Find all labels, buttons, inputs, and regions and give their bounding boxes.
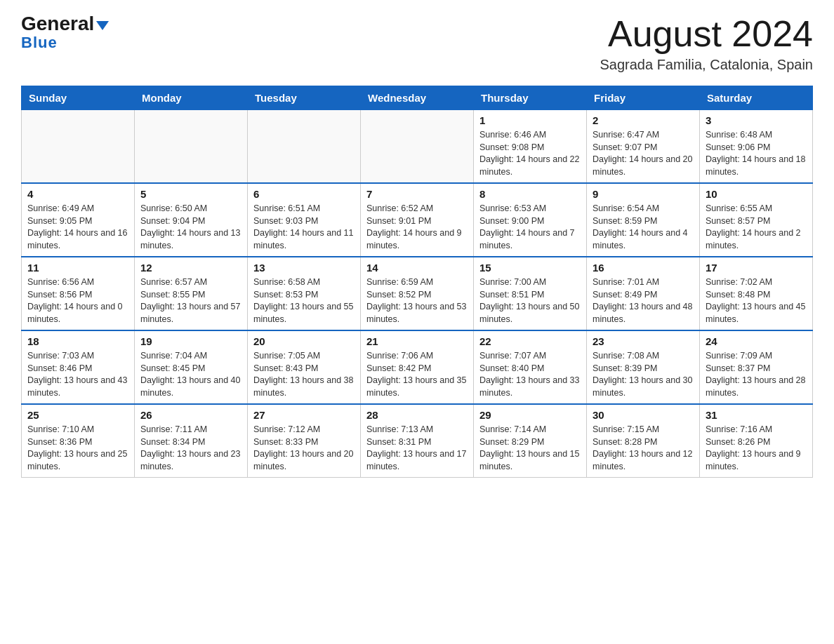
calendar-cell: 9Sunrise: 6:54 AMSunset: 8:59 PMDaylight… (587, 183, 700, 257)
calendar-cell: 10Sunrise: 6:55 AMSunset: 8:57 PMDayligh… (700, 183, 813, 257)
day-number: 22 (479, 335, 581, 347)
day-number: 14 (366, 262, 468, 274)
day-number: 16 (593, 262, 694, 274)
day-info: Sunrise: 6:47 AMSunset: 9:07 PMDaylight:… (593, 129, 694, 178)
day-info: Sunrise: 7:05 AMSunset: 8:43 PMDaylight:… (253, 350, 355, 399)
calendar-cell: 8Sunrise: 6:53 AMSunset: 9:00 PMDaylight… (474, 183, 587, 257)
day-number: 4 (27, 188, 128, 200)
day-number: 5 (140, 188, 241, 200)
day-number: 9 (593, 188, 694, 200)
day-info: Sunrise: 6:56 AMSunset: 8:56 PMDaylight:… (27, 276, 128, 326)
weekday-header-tuesday: Tuesday (248, 86, 361, 110)
day-number: 29 (479, 409, 581, 421)
location-subtitle: Sagrada Familia, Catalonia, Spain (600, 57, 813, 73)
calendar-cell: 3Sunrise: 6:48 AMSunset: 9:06 PMDaylight… (700, 110, 813, 184)
day-info: Sunrise: 6:51 AMSunset: 9:03 PMDaylight:… (253, 203, 355, 252)
logo-general-text: General (21, 14, 94, 34)
day-info: Sunrise: 6:49 AMSunset: 9:05 PMDaylight:… (27, 203, 128, 252)
calendar-week-row: 11Sunrise: 6:56 AMSunset: 8:56 PMDayligh… (22, 257, 813, 330)
calendar-body: 1Sunrise: 6:46 AMSunset: 9:08 PMDaylight… (22, 110, 813, 478)
weekday-header-wednesday: Wednesday (361, 86, 474, 110)
weekday-header-saturday: Saturday (700, 86, 813, 110)
weekday-header-sunday: Sunday (22, 86, 135, 110)
calendar-cell: 7Sunrise: 6:52 AMSunset: 9:01 PMDaylight… (361, 183, 474, 257)
day-info: Sunrise: 7:04 AMSunset: 8:45 PMDaylight:… (140, 350, 241, 399)
calendar-cell: 18Sunrise: 7:03 AMSunset: 8:46 PMDayligh… (22, 330, 135, 404)
day-info: Sunrise: 7:15 AMSunset: 8:28 PMDaylight:… (593, 424, 694, 473)
day-number: 31 (706, 409, 807, 421)
calendar-cell: 20Sunrise: 7:05 AMSunset: 8:43 PMDayligh… (248, 330, 361, 404)
calendar-cell: 13Sunrise: 6:58 AMSunset: 8:53 PMDayligh… (248, 257, 361, 330)
calendar-cell (248, 110, 361, 184)
calendar-cell: 23Sunrise: 7:08 AMSunset: 8:39 PMDayligh… (587, 330, 700, 404)
calendar-cell: 30Sunrise: 7:15 AMSunset: 8:28 PMDayligh… (587, 404, 700, 478)
day-number: 18 (27, 335, 128, 347)
day-number: 3 (706, 114, 807, 126)
calendar-cell: 6Sunrise: 6:51 AMSunset: 9:03 PMDaylight… (248, 183, 361, 257)
calendar-week-row: 1Sunrise: 6:46 AMSunset: 9:08 PMDaylight… (22, 110, 813, 184)
calendar-cell: 22Sunrise: 7:07 AMSunset: 8:40 PMDayligh… (474, 330, 587, 404)
title-area: August 2024 Sagrada Familia, Catalonia, … (600, 14, 813, 73)
day-info: Sunrise: 6:48 AMSunset: 9:06 PMDaylight:… (706, 129, 807, 178)
day-info: Sunrise: 7:06 AMSunset: 8:42 PMDaylight:… (366, 350, 468, 399)
calendar-table: SundayMondayTuesdayWednesdayThursdayFrid… (21, 86, 813, 478)
day-info: Sunrise: 7:10 AMSunset: 8:36 PMDaylight:… (27, 424, 128, 473)
calendar-cell: 17Sunrise: 7:02 AMSunset: 8:48 PMDayligh… (700, 257, 813, 330)
page-title: August 2024 (600, 14, 813, 54)
calendar-cell (361, 110, 474, 184)
day-number: 10 (706, 188, 807, 200)
day-info: Sunrise: 7:14 AMSunset: 8:29 PMDaylight:… (479, 424, 581, 473)
day-number: 6 (253, 188, 355, 200)
weekday-header-thursday: Thursday (474, 86, 587, 110)
day-info: Sunrise: 7:07 AMSunset: 8:40 PMDaylight:… (479, 350, 581, 399)
day-info: Sunrise: 7:00 AMSunset: 8:51 PMDaylight:… (479, 276, 581, 326)
day-info: Sunrise: 6:59 AMSunset: 8:52 PMDaylight:… (366, 276, 468, 326)
calendar-week-row: 4Sunrise: 6:49 AMSunset: 9:05 PMDaylight… (22, 183, 813, 257)
calendar-cell: 2Sunrise: 6:47 AMSunset: 9:07 PMDaylight… (587, 110, 700, 184)
calendar-cell: 28Sunrise: 7:13 AMSunset: 8:31 PMDayligh… (361, 404, 474, 478)
day-info: Sunrise: 7:11 AMSunset: 8:34 PMDaylight:… (140, 424, 241, 473)
weekday-header-monday: Monday (135, 86, 248, 110)
day-number: 24 (706, 335, 807, 347)
calendar-cell: 14Sunrise: 6:59 AMSunset: 8:52 PMDayligh… (361, 257, 474, 330)
day-number: 30 (593, 409, 694, 421)
day-number: 7 (366, 188, 468, 200)
day-number: 21 (366, 335, 468, 347)
calendar-cell: 1Sunrise: 6:46 AMSunset: 9:08 PMDaylight… (474, 110, 587, 184)
day-number: 23 (593, 335, 694, 347)
calendar-cell: 15Sunrise: 7:00 AMSunset: 8:51 PMDayligh… (474, 257, 587, 330)
weekday-header-friday: Friday (587, 86, 700, 110)
day-number: 2 (593, 114, 694, 126)
logo: General Blue (21, 14, 109, 52)
calendar-cell: 27Sunrise: 7:12 AMSunset: 8:33 PMDayligh… (248, 404, 361, 478)
day-info: Sunrise: 7:03 AMSunset: 8:46 PMDaylight:… (27, 350, 128, 399)
day-info: Sunrise: 6:52 AMSunset: 9:01 PMDaylight:… (366, 203, 468, 252)
day-info: Sunrise: 7:01 AMSunset: 8:49 PMDaylight:… (593, 276, 694, 326)
header: General Blue August 2024 Sagrada Familia… (21, 14, 813, 73)
day-number: 17 (706, 262, 807, 274)
day-info: Sunrise: 6:50 AMSunset: 9:04 PMDaylight:… (140, 203, 241, 252)
calendar-cell: 26Sunrise: 7:11 AMSunset: 8:34 PMDayligh… (135, 404, 248, 478)
day-info: Sunrise: 6:57 AMSunset: 8:55 PMDaylight:… (140, 276, 241, 326)
day-number: 28 (366, 409, 468, 421)
calendar-cell: 12Sunrise: 6:57 AMSunset: 8:55 PMDayligh… (135, 257, 248, 330)
calendar-cell: 4Sunrise: 6:49 AMSunset: 9:05 PMDaylight… (22, 183, 135, 257)
calendar-cell: 19Sunrise: 7:04 AMSunset: 8:45 PMDayligh… (135, 330, 248, 404)
calendar-cell (22, 110, 135, 184)
logo-blue-text: Blue (21, 34, 58, 52)
day-number: 25 (27, 409, 128, 421)
calendar-header: SundayMondayTuesdayWednesdayThursdayFrid… (22, 86, 813, 110)
calendar-week-row: 18Sunrise: 7:03 AMSunset: 8:46 PMDayligh… (22, 330, 813, 404)
day-info: Sunrise: 7:13 AMSunset: 8:31 PMDaylight:… (366, 424, 468, 473)
day-number: 1 (479, 114, 581, 126)
day-info: Sunrise: 7:12 AMSunset: 8:33 PMDaylight:… (253, 424, 355, 473)
calendar-cell: 31Sunrise: 7:16 AMSunset: 8:26 PMDayligh… (700, 404, 813, 478)
day-number: 26 (140, 409, 241, 421)
day-number: 13 (253, 262, 355, 274)
calendar-cell: 5Sunrise: 6:50 AMSunset: 9:04 PMDaylight… (135, 183, 248, 257)
day-info: Sunrise: 6:46 AMSunset: 9:08 PMDaylight:… (479, 129, 581, 178)
day-info: Sunrise: 6:58 AMSunset: 8:53 PMDaylight:… (253, 276, 355, 326)
day-number: 20 (253, 335, 355, 347)
weekday-header-row: SundayMondayTuesdayWednesdayThursdayFrid… (22, 86, 813, 110)
calendar-cell: 29Sunrise: 7:14 AMSunset: 8:29 PMDayligh… (474, 404, 587, 478)
